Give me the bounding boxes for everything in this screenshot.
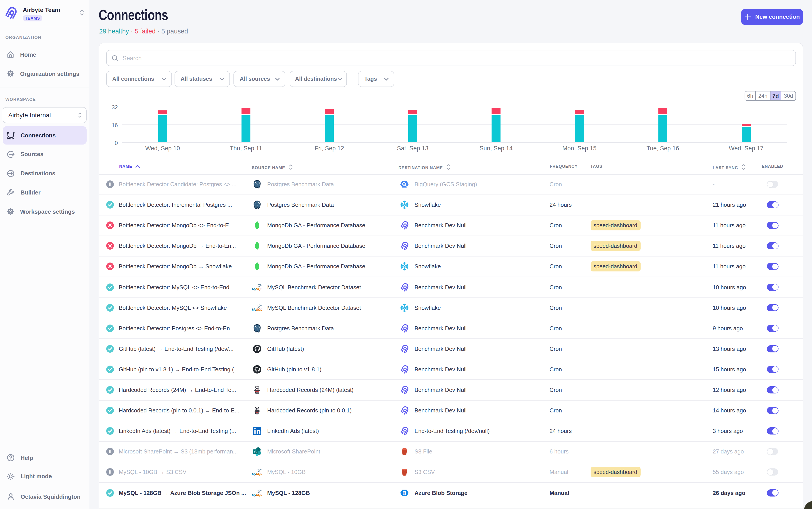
- svg-text:Tue, Sep 16: Tue, Sep 16: [646, 145, 679, 152]
- svg-text:01: 01: [403, 493, 405, 495]
- svg-text:SQL: SQL: [256, 287, 262, 291]
- svg-text:SQL: SQL: [256, 308, 262, 311]
- svg-text:32: 32: [111, 104, 118, 110]
- svg-text:Mon, Sep 15: Mon, Sep 15: [562, 145, 596, 152]
- svg-text:SQL: SQL: [256, 493, 262, 496]
- svg-text:Thu, Sep 11: Thu, Sep 11: [229, 145, 262, 152]
- svg-text:0: 0: [115, 140, 118, 146]
- svg-text:Fri, Sep 12: Fri, Sep 12: [314, 145, 344, 152]
- svg-text:SQL: SQL: [256, 472, 262, 476]
- svg-text:Sun, Sep 14: Sun, Sep 14: [479, 145, 513, 152]
- svg-text:Sat, Sep 13: Sat, Sep 13: [397, 145, 428, 152]
- svg-text:Wed, Sep 17: Wed, Sep 17: [728, 145, 764, 152]
- svg-text:16: 16: [111, 122, 118, 128]
- svg-text:S: S: [254, 450, 257, 454]
- svg-text:Wed, Sep 10: Wed, Sep 10: [145, 145, 180, 152]
